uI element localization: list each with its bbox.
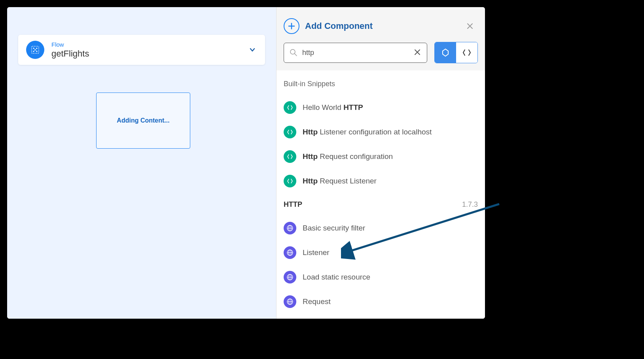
code-icon (284, 175, 296, 187)
operation-label: Load static resource (303, 273, 370, 282)
operation-item-request[interactable]: Request (277, 289, 485, 314)
globe-icon (284, 295, 296, 308)
app-container: Flow getFlights Adding Content... Add Co… (7, 7, 485, 319)
view-toggle (434, 42, 478, 63)
operation-item-load-static-resource[interactable]: Load static resource (277, 265, 485, 289)
operation-label: Request (303, 297, 331, 306)
code-icon (284, 150, 296, 163)
code-icon (284, 101, 296, 114)
snippet-label: Http Request Listener (303, 177, 377, 185)
flow-text: Flow getFlights (51, 41, 241, 59)
snippet-item[interactable]: Http Request Listener (277, 169, 485, 193)
toggle-core-button[interactable] (435, 42, 456, 63)
operation-label: Basic security filter (303, 224, 365, 232)
chevron-down-icon[interactable] (248, 45, 257, 55)
results-list: Built-in Snippets Hello World HTTP Http … (277, 70, 485, 319)
search-box[interactable] (284, 43, 427, 63)
flow-name: getFlights (51, 49, 241, 59)
snippet-item[interactable]: Http Request configuration (277, 144, 485, 169)
globe-icon (284, 271, 296, 283)
close-icon[interactable] (466, 22, 474, 30)
connector-name: HTTP (284, 200, 302, 209)
search-icon (290, 49, 297, 57)
clear-search-icon[interactable] (414, 49, 421, 56)
connector-version: 1.7.3 (462, 200, 478, 209)
snippets-section-label: Built-in Snippets (277, 78, 485, 95)
search-row (277, 42, 485, 70)
globe-icon (284, 222, 296, 234)
flow-icon (26, 41, 44, 59)
snippet-label: Http Request configuration (303, 152, 393, 161)
flow-card[interactable]: Flow getFlights (18, 35, 265, 65)
panel-header: Add Component (277, 7, 485, 42)
snippet-label: Hello World HTTP (303, 103, 363, 112)
snippet-item[interactable]: Http Listener configuration at localhost (277, 120, 485, 144)
canvas-panel: Flow getFlights Adding Content... (7, 7, 276, 319)
operation-item-listener[interactable]: Listener (277, 240, 485, 265)
globe-icon (284, 246, 296, 259)
operation-item-basic-security-filter[interactable]: Basic security filter (277, 216, 485, 240)
search-input[interactable] (302, 49, 409, 57)
operation-label: Listener (303, 248, 330, 257)
connector-section-header: HTTP 1.7.3 (277, 193, 485, 216)
code-icon (284, 126, 296, 138)
toggle-exchange-button[interactable] (456, 42, 477, 63)
snippet-label: Http Listener configuration at localhost (303, 128, 432, 136)
plus-icon (284, 18, 299, 34)
snippet-item[interactable]: Hello World HTTP (277, 95, 485, 120)
adding-content-label: Adding Content... (117, 117, 169, 124)
adding-content-placeholder[interactable]: Adding Content... (96, 93, 190, 149)
svg-point-5 (290, 49, 295, 54)
panel-title: Add Component (305, 21, 460, 31)
flow-type-label: Flow (51, 41, 241, 48)
add-component-panel: Add Component (276, 7, 485, 319)
